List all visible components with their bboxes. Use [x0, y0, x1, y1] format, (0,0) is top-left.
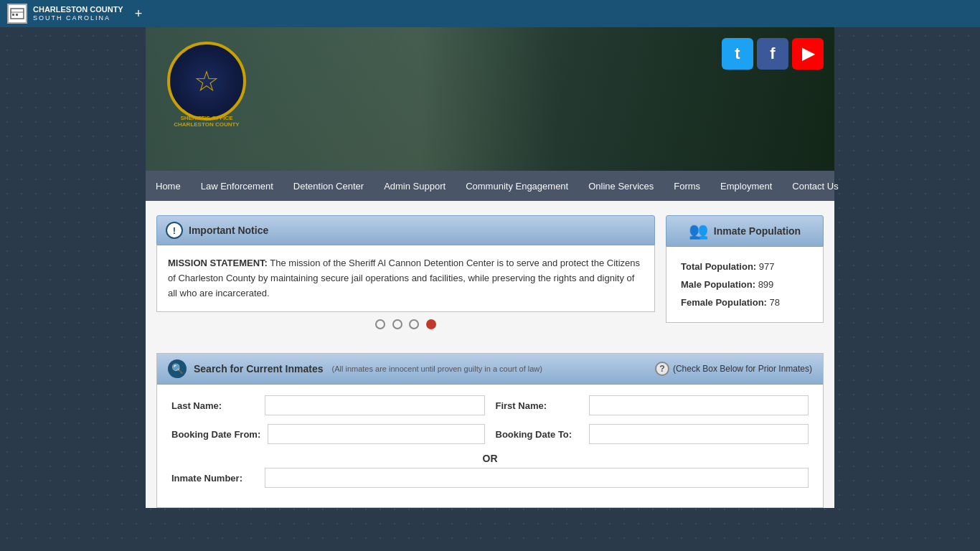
carousel-dot-4[interactable] [426, 319, 436, 329]
total-population-row: Total Population: 977 [681, 258, 809, 276]
name-row: Last Name: First Name: [171, 395, 809, 415]
help-icon[interactable]: ? [655, 362, 669, 376]
county-name: CHARLESTON COUNTY [33, 4, 123, 14]
badge-star: ☆ [194, 65, 220, 98]
nav-item-employment[interactable]: Employment [710, 171, 782, 201]
prior-inmates-label: (Check Box Below for Prior Inmates) [673, 364, 812, 374]
county-sub: SOUTH CAROLINA [33, 14, 123, 23]
notice-title: Important Notice [189, 225, 268, 236]
search-title: Search for Current Inmates [194, 363, 324, 375]
nav-item-community-engagement[interactable]: Community Engagement [456, 171, 578, 201]
carousel-dot-3[interactable] [409, 319, 419, 329]
inmate-number-row: Inmate Number: [171, 468, 809, 488]
search-subtitle: (All inmates are innocent until proven g… [332, 364, 542, 373]
female-population-value: 78 [770, 297, 780, 308]
notice-body: MISSION STATEMENT: The mission of the Sh… [156, 245, 655, 312]
booking-to-input[interactable] [589, 424, 809, 444]
total-population-label: Total Population: [681, 261, 756, 272]
county-logo-icon [7, 4, 27, 24]
first-name-field: First Name: [496, 395, 809, 415]
header-banner: ☆ SHERIFF'S OFFICECHARLESTON COUNTY t f … [146, 27, 834, 171]
sheriff-badge: ☆ SHERIFF'S OFFICECHARLESTON COUNTY [167, 42, 253, 156]
last-name-field: Last Name: [171, 395, 485, 415]
female-population-label: Female Population: [681, 297, 767, 308]
search-header: 🔍 Search for Current Inmates (All inmate… [157, 354, 823, 385]
booking-date-row: Booking Date From: Booking Date To: [171, 424, 809, 444]
right-panel: 👥 Inmate Population Total Population: 97… [666, 215, 824, 339]
inmate-population-header: 👥 Inmate Population [666, 215, 824, 247]
navbar: HomeLaw EnforcementDetention CenterAdmin… [146, 171, 834, 201]
plus-button[interactable]: + [135, 6, 143, 22]
mission-label: MISSION STATEMENT: [168, 258, 268, 268]
inmate-number-field: Inmate Number: [171, 468, 809, 488]
notice-icon: ! [166, 222, 183, 239]
inmate-population-title: Inmate Population [714, 225, 801, 237]
first-name-label: First Name: [496, 400, 582, 411]
last-name-label: Last Name: [171, 400, 258, 411]
male-population-value: 899 [758, 279, 774, 290]
youtube-button[interactable]: ▶ [792, 38, 824, 70]
total-population-value: 977 [759, 261, 775, 272]
booking-from-field: Booking Date From: [171, 424, 485, 444]
search-section: 🔍 Search for Current Inmates (All inmate… [156, 353, 824, 508]
male-population-row: Male Population: 899 [681, 276, 809, 293]
inmate-population-body: Total Population: 977 Male Population: 8… [666, 247, 824, 323]
nav-item-law-enforcement[interactable]: Law Enforcement [191, 171, 283, 201]
carousel-dot-1[interactable] [375, 319, 385, 329]
nav-item-forms[interactable]: Forms [664, 171, 710, 201]
top-bar: CHARLESTON COUNTY SOUTH CAROLINA + [0, 0, 980, 27]
search-body: Last Name: First Name: Booking Date From… [157, 385, 823, 507]
first-name-input[interactable] [589, 395, 809, 415]
male-population-label: Male Population: [681, 279, 755, 290]
prior-inmates-check[interactable]: ? (Check Box Below for Prior Inmates) [655, 362, 812, 376]
badge-text: SHERIFF'S OFFICECHARLESTON COUNTY [170, 115, 243, 128]
left-panel: ! Important Notice MISSION STATEMENT: Th… [156, 215, 655, 339]
search-icon: 🔍 [168, 359, 187, 378]
twitter-button[interactable]: t [722, 38, 753, 70]
inmate-icon: 👥 [689, 222, 708, 240]
nav-item-home[interactable]: Home [146, 171, 191, 201]
or-divider: OR [171, 453, 809, 464]
svg-rect-2 [12, 14, 14, 16]
nav-item-contact-us[interactable]: Contact Us [782, 171, 848, 201]
social-icons: t f ▶ [722, 38, 824, 70]
inmate-number-input[interactable] [265, 468, 809, 488]
nav-item-admin-support[interactable]: Admin Support [374, 171, 456, 201]
notice-header: ! Important Notice [156, 215, 655, 245]
booking-from-label: Booking Date From: [171, 429, 260, 440]
booking-to-label: Booking Date To: [496, 429, 582, 440]
inmate-number-label: Inmate Number: [171, 473, 258, 484]
svg-rect-3 [16, 14, 18, 16]
facebook-button[interactable]: f [757, 38, 788, 70]
carousel-dots[interactable] [156, 312, 655, 339]
notice-text: MISSION STATEMENT: The mission of the Sh… [168, 256, 644, 301]
nav-item-detention-center[interactable]: Detention Center [283, 171, 374, 201]
last-name-input[interactable] [265, 395, 485, 415]
booking-from-input[interactable] [268, 424, 484, 444]
carousel-dot-2[interactable] [392, 319, 402, 329]
booking-to-field: Booking Date To: [496, 424, 809, 444]
female-population-row: Female Population: 78 [681, 293, 809, 311]
nav-item-online-services[interactable]: Online Services [578, 171, 664, 201]
county-logo: CHARLESTON COUNTY SOUTH CAROLINA + [7, 4, 142, 24]
